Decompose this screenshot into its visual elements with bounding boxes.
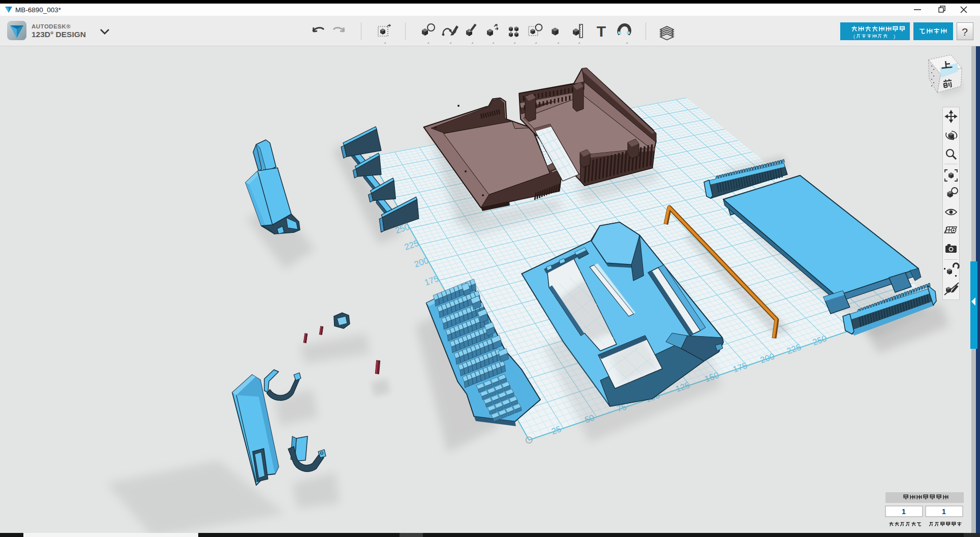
svg-text:T: T bbox=[597, 23, 606, 40]
svg-text:1: 1 bbox=[942, 508, 946, 516]
svg-text:): ) bbox=[894, 34, 895, 39]
svg-text:?: ? bbox=[962, 26, 968, 38]
svg-text:MB-6890_003*: MB-6890_003* bbox=[15, 6, 62, 14]
svg-text:123D° DESIGN: 123D° DESIGN bbox=[32, 30, 86, 39]
svg-text:1: 1 bbox=[902, 508, 906, 516]
svg-text:AUTODESK®: AUTODESK® bbox=[32, 23, 71, 29]
